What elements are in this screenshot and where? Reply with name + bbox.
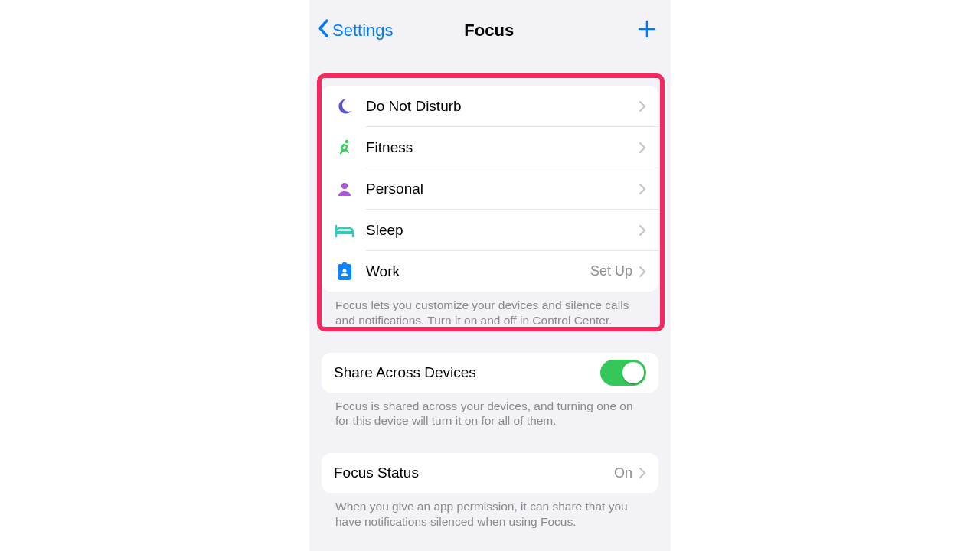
row-label: Sleep — [366, 222, 639, 239]
status-label: Focus Status — [334, 465, 614, 481]
row-label: Do Not Disturb — [366, 98, 639, 115]
svg-rect-2 — [337, 231, 352, 234]
chevron-left-icon — [317, 18, 332, 43]
person-icon — [334, 178, 355, 200]
plus-icon — [637, 28, 657, 41]
focus-row-fitness[interactable]: Fitness — [322, 127, 658, 168]
chevron-right-icon — [639, 100, 646, 112]
bed-icon — [334, 220, 355, 241]
status-row[interactable]: Focus Status On — [322, 453, 658, 493]
row-label: Fitness — [366, 139, 639, 156]
device-inner: Settings Focus Do Not Disturb — [309, 0, 671, 551]
share-row[interactable]: Share Across Devices — [322, 353, 658, 393]
chevron-right-icon — [639, 224, 646, 236]
stage: Settings Focus Do Not Disturb — [0, 0, 980, 551]
share-group: Share Across Devices — [322, 353, 658, 393]
share-footer: Focus is shared across your devices, and… — [309, 393, 671, 435]
svg-point-0 — [345, 139, 348, 142]
focus-row-do-not-disturb[interactable]: Do Not Disturb — [322, 86, 658, 126]
page-title: Focus — [345, 21, 635, 41]
focus-row-work[interactable]: Work Set Up — [322, 251, 658, 292]
device-frame: Settings Focus Do Not Disturb — [309, 0, 671, 551]
chevron-right-icon — [639, 142, 646, 154]
moon-icon — [334, 96, 355, 117]
chevron-right-icon — [639, 183, 646, 195]
row-label: Personal — [366, 181, 639, 197]
chevron-right-icon — [639, 467, 646, 479]
row-trailing: Set Up — [590, 263, 632, 279]
status-footer: When you give an app permission, it can … — [309, 493, 671, 536]
svg-point-5 — [343, 269, 347, 272]
badge-icon — [334, 261, 355, 282]
share-label: Share Across Devices — [334, 364, 600, 381]
share-toggle[interactable] — [600, 360, 646, 386]
svg-rect-4 — [342, 262, 347, 266]
row-label: Work — [366, 263, 590, 280]
navbar: Settings Focus — [309, 0, 671, 54]
focus-modes-group: Do Not Disturb Fitness — [322, 86, 658, 292]
running-icon — [334, 137, 355, 158]
chevron-right-icon — [639, 266, 646, 278]
modes-footer: Focus lets you customize your devices an… — [309, 292, 671, 334]
status-value: On — [614, 465, 632, 481]
focus-row-personal[interactable]: Personal — [322, 168, 658, 209]
svg-point-1 — [341, 183, 348, 189]
add-button[interactable] — [634, 16, 660, 45]
focus-row-sleep[interactable]: Sleep — [322, 210, 658, 250]
status-group: Focus Status On — [322, 453, 658, 493]
